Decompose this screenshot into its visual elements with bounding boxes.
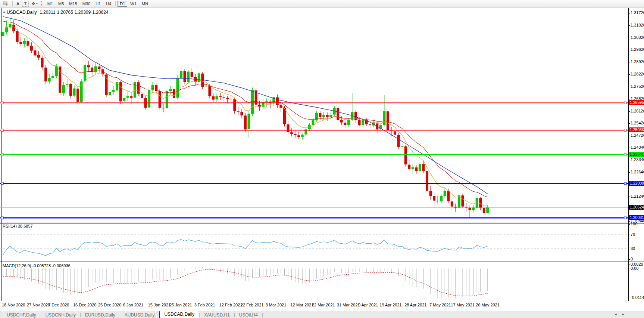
price-axis-label: 1.26120 [631,109,644,113]
rsi-panel-canvas[interactable] [0,223,628,262]
date-axis-label: 6 Jan 2021 [123,303,143,307]
timeframe-button-M30[interactable]: M30 [80,1,93,7]
timeframe-button-M15[interactable]: M15 [67,1,79,7]
hline-price-tag: 1.25036 [629,127,644,132]
price-axis-label: 1.28220 [631,72,644,76]
timeframe-button-H1[interactable]: H1 [93,1,103,7]
price-axis-label: 1.29620 [631,47,644,52]
grid-icon[interactable]: F [1,1,10,7]
line-handle[interactable] [1,217,3,219]
line-handle[interactable] [624,182,626,185]
toolbar-separator [12,1,13,6]
toolbar-drag-handle[interactable] [41,1,43,6]
line-handle[interactable] [624,217,626,219]
line-handle[interactable] [1,129,3,131]
chart-tab-audusd[interactable]: AUDUSD,Daily [120,312,159,318]
current-price-tag: 1.20624 [629,205,644,210]
line-handle[interactable] [1,102,3,104]
timeframe-button-H4[interactable]: H4 [104,1,113,7]
date-axis-label: 27 Nov 2020 [27,303,50,307]
axis-tick [628,235,630,235]
date-axis-label: 7 May 2021 [429,303,451,307]
chart-title-collapse-icon[interactable]: ▼ [3,11,6,14]
date-axis-label: 22 Mar 2021 [312,303,335,307]
axis-tick [628,298,630,298]
date-axis-label: 12 Feb 2021 [219,303,243,307]
rsi-axis-label: 100 [631,222,637,226]
axis-tick [628,148,630,148]
panel-divider[interactable] [0,262,644,262]
arrow-tool-button[interactable]: A [15,1,21,7]
timeframe-button-M5[interactable]: M5 [56,1,66,7]
axis-tick [628,50,630,50]
date-axis-label: 25 Dec 2020 [98,303,121,307]
text-tool-button[interactable]: T [22,1,29,7]
chart-tab-usdcnh[interactable]: USDCNH,Daily [41,312,80,318]
tab-scroll-left-icon[interactable]: ◄ [614,313,622,316]
grid-icon-glyph: F [3,1,9,6]
timeframe-button-MN[interactable]: MN [140,1,150,7]
hline-price-tag: 1.22000 [629,181,644,186]
date-axis-label: 12 Mar 2021 [291,303,314,307]
price-axis-label: 1.31720 [631,10,644,15]
timeframe-button-D1[interactable]: D1 [118,1,127,7]
date-axis-label: 9 Apr 2021 [358,303,378,307]
rsi-axis-label: 70 [631,232,635,237]
main-chart-canvas[interactable] [0,8,628,222]
date-axis-label: 15 Jan 2021 [148,303,171,307]
price-axis-label: 1.24720 [631,133,644,138]
date-axis-label: 25 Jan 2021 [169,303,192,307]
axis-tick [628,99,630,99]
chart-tab-usdcad[interactable]: USDCAD,Daily [159,311,199,318]
quote-open: 1.20311 [40,10,56,15]
chart-tab-usoil[interactable]: USOil,H4 [235,312,262,318]
axis-tick [628,160,630,160]
line-handle[interactable] [624,154,626,156]
tab-scroll-arrows: ◄► [614,313,629,316]
line-handle[interactable] [1,182,3,185]
price-axis-label: 1.27520 [631,84,644,89]
rsi-axis-label: 0 [631,257,633,261]
axis-tick [628,87,630,87]
macd-axis-label: -0.011462 [631,295,644,300]
date-axis-label: 28 Apr 2021 [404,303,426,307]
quote-close: 1.20624 [92,10,108,15]
macd-panel-canvas[interactable] [0,262,628,300]
date-axis-label: 18 Nov 2020 [2,303,25,307]
axis-tick [628,62,630,62]
rsi-axis-label: 30 [631,246,635,251]
timeframe-button-M1[interactable]: M1 [45,1,55,7]
price-axis-label: 1.30320 [631,35,644,40]
line-handle[interactable] [1,154,3,156]
chart-tab-xauusd[interactable]: XAUUSD,H1 [200,312,234,318]
line-handle[interactable] [624,102,626,104]
axis-tick [628,221,630,222]
price-axis-label: 1.28920 [631,59,644,64]
panel-divider[interactable] [0,222,644,222]
ma-medium-line [3,21,488,197]
objects-dropdown-button[interactable]: ❖ ▾ [29,1,40,7]
axis-tick [628,197,630,197]
chart-symbol: USDCAD,Daily [7,10,37,15]
date-axis-label: 7 Dec 2020 [48,303,69,307]
line-handle[interactable] [624,129,626,131]
hline-price-tag: 1.23641 [629,152,644,157]
price-axis-label: 1.25420 [631,121,644,125]
chart-tab-usdchf[interactable]: USDCHF,Daily [2,312,41,318]
tab-separator [262,313,263,317]
chart-tab-eurusd[interactable]: EURUSD,Daily [81,312,120,318]
axis-tick [628,249,630,249]
chevron-down-icon: ▾ [36,2,38,5]
date-axis-label: 3 Mar 2021 [266,303,287,307]
timeframe-button-W1[interactable]: W1 [128,1,139,7]
date-axis-label: 16 Dec 2020 [73,303,96,307]
mt4-window: F A T ❖ ▾ M1M5M15M30H1H4D1W1MN ▼USDCAD,D… [0,0,644,318]
price-axis[interactable]: 1.317201.310201.303201.296201.289201.282… [629,8,644,301]
objects-icon: ❖ [31,1,35,6]
axis-tick [628,172,630,173]
hline-price-tag: 1.20031 [629,215,644,220]
rsi-line [3,240,488,256]
date-axis-label: 3 Feb 2021 [194,303,215,307]
tab-scroll-right-icon[interactable]: ► [622,313,629,316]
date-axis[interactable]: 18 Nov 202027 Nov 20207 Dec 202016 Dec 2… [0,301,644,311]
